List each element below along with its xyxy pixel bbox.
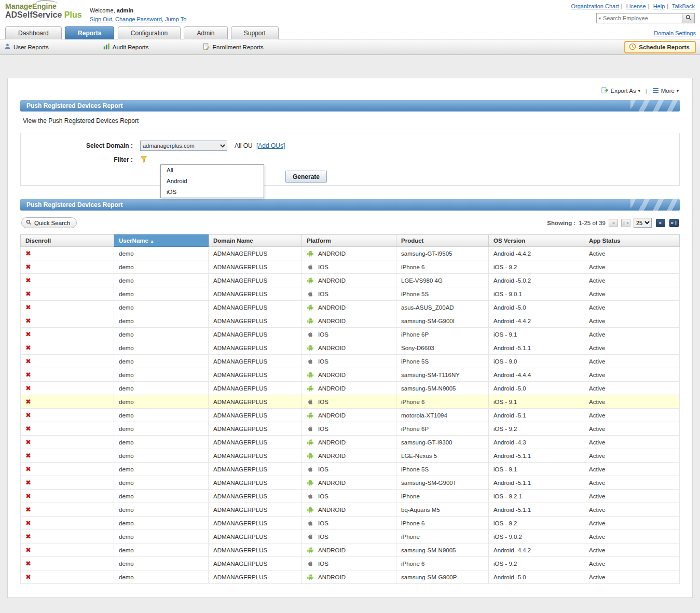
disenroll-icon[interactable]: ✖ [25,573,31,581]
platform-label: IOS [318,331,328,338]
disenroll-icon[interactable]: ✖ [25,317,31,325]
disenroll-icon[interactable]: ✖ [25,452,31,459]
search-input[interactable] [603,15,682,21]
disenroll-icon[interactable]: ✖ [25,506,31,513]
col-product[interactable]: Product [396,235,489,247]
os-version-cell: Android -5.1.1 [489,341,584,355]
disenroll-icon[interactable]: ✖ [25,249,31,257]
change-password-link[interactable]: Change Password [115,16,162,22]
subnav-item-user-reports[interactable]: User Reports [4,43,49,51]
search-button[interactable] [682,13,694,23]
android-icon [307,547,314,554]
prev-page-button[interactable]: ◄ [609,219,618,227]
disenroll-icon[interactable]: ✖ [25,492,31,500]
table-body: ✖demoADMANAGERPLUSANDROIDsamsung-GT-I950… [21,247,680,584]
disenroll-icon[interactable]: ✖ [25,384,31,392]
disenroll-icon[interactable]: ✖ [25,533,31,540]
col-disenroll[interactable]: Disenroll [21,235,114,247]
disenroll-icon[interactable]: ✖ [25,371,31,379]
disenroll-icon[interactable]: ✖ [25,411,31,419]
report-panel: Export As ▾ | More ▾ Push Registered Dev… [7,78,693,598]
domain-name-cell: ADMANAGERPLUS [209,382,302,395]
disenroll-icon[interactable]: ✖ [25,546,31,554]
results-title-bar: Push Registered Devices Report [20,199,680,211]
domain-name-cell: ADMANAGERPLUS [209,463,302,476]
disenroll-icon[interactable]: ✖ [25,344,31,352]
disenroll-icon[interactable]: ✖ [25,290,31,298]
col-username[interactable]: UserName▲ [114,235,209,247]
filter-option-android[interactable]: Android [161,176,264,187]
disenroll-icon[interactable]: ✖ [25,438,31,446]
disenroll-cell: ✖ [21,328,114,341]
generate-button[interactable]: Generate [285,171,327,183]
disenroll-icon[interactable]: ✖ [25,398,31,406]
domain-name-cell: ADMANAGERPLUS [209,557,302,570]
last-page-button[interactable]: ►❙ [669,219,679,227]
disenroll-icon[interactable]: ✖ [25,263,31,271]
tab-dashboard[interactable]: Dashboard [5,26,62,39]
os-version-cell: Android -4.4.2 [489,314,584,328]
filter-option-ios[interactable]: iOS [161,187,264,198]
domain-select[interactable]: admanagerplus.com [140,141,227,151]
search-icon [26,219,32,226]
search-scope-caret-icon[interactable]: ▾ [597,16,603,21]
disenroll-icon[interactable]: ✖ [25,330,31,338]
disenroll-icon[interactable]: ✖ [25,465,31,473]
col-domain-name[interactable]: Domain Name [209,235,302,247]
platform-cell: IOS [302,490,396,503]
app-status-cell: Active [584,530,680,544]
subnav-item-audit-reports[interactable]: Audit Reports [103,43,149,51]
disenroll-icon[interactable]: ✖ [25,425,31,433]
page-size-select[interactable]: 25 [634,218,652,228]
export-as-button[interactable]: Export As ▾ [601,87,640,95]
filter-option-all[interactable]: All [161,165,264,176]
caret-down-icon: ▾ [638,89,640,93]
disenroll-icon[interactable]: ✖ [25,303,31,311]
help-link[interactable]: Help [653,3,665,9]
tab-support[interactable]: Support [231,26,279,39]
col-os-version[interactable]: OS Version [489,235,584,247]
disenroll-icon[interactable]: ✖ [25,560,31,567]
platform-cell: ANDROID [302,570,396,584]
next-page-button[interactable]: ► [656,219,665,227]
filter-funnel-icon[interactable] [140,156,148,163]
platform-label: IOS [318,561,328,567]
quick-search-button[interactable]: Quick Search [21,217,77,228]
col-app-status[interactable]: App Status [584,235,680,247]
pagination: Showing : 1-25 of 39 ◄ ❙◄ 25 ► ►❙ [547,218,679,228]
jump-to-link[interactable]: Jump To [165,16,186,22]
first-page-button[interactable]: ❙◄ [621,219,630,227]
disenroll-cell: ✖ [21,490,114,503]
domain-settings-link[interactable]: Domain Settings [654,30,696,36]
sign-out-link[interactable]: Sign Out [90,16,112,22]
username-cell: demo [114,382,209,395]
disenroll-icon[interactable]: ✖ [25,519,31,527]
app-status-cell: Active [584,490,680,503]
table-row: ✖demoADMANAGERPLUSANDROIDLGE-VS980 4GAnd… [21,274,680,287]
disenroll-icon[interactable]: ✖ [25,357,31,365]
disenroll-cell: ✖ [21,314,114,328]
platform-cell: ANDROID [302,449,396,463]
tab-reports[interactable]: Reports [65,26,114,39]
username-cell: demo [114,368,209,382]
current-username: admin [117,7,133,13]
more-label: More [661,88,675,94]
license-link[interactable]: License [626,3,646,9]
talkback-link[interactable]: TalkBack [672,3,695,9]
more-button[interactable]: More ▾ [652,88,679,94]
disenroll-icon[interactable]: ✖ [25,276,31,284]
app-logo[interactable]: ManageEngine ADSelfService Plus [5,2,82,20]
subnav-item-enrollment-reports[interactable]: Enrollment Reports [203,43,263,51]
panel-toolbar: Export As ▾ | More ▾ [20,78,680,100]
disenroll-cell: ✖ [21,503,114,517]
disenroll-icon[interactable]: ✖ [25,479,31,486]
os-version-cell: Android -5.0 [489,382,584,395]
col-platform[interactable]: Platform [302,235,396,247]
add-ous-link[interactable]: [Add OUs] [256,142,285,149]
tab-configuration[interactable]: Configuration [118,26,181,39]
organization-chart-link[interactable]: Organization Chart [571,3,619,9]
product-cell: samsung-SM-G900P [396,570,489,584]
app-status-cell: Active [584,355,680,368]
schedule-reports-button[interactable]: Schedule Reports [624,41,696,53]
tab-admin[interactable]: Admin [184,26,227,39]
